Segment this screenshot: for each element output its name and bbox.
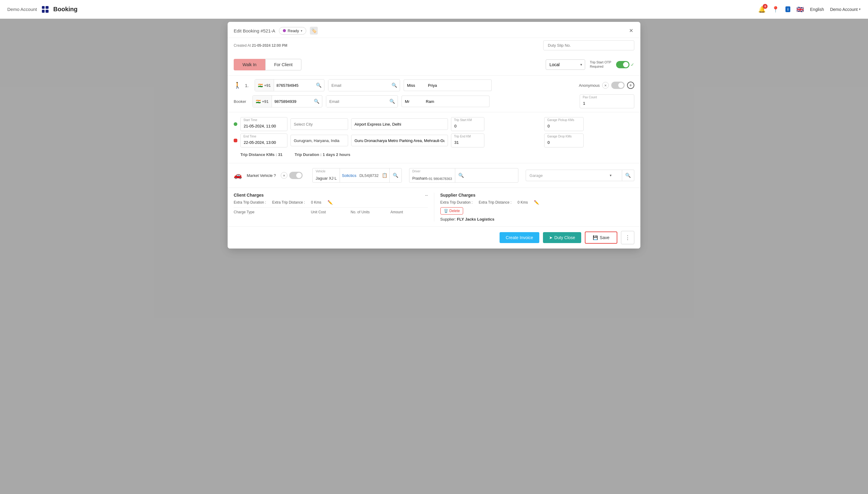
map-icon[interactable]: 📍 (772, 6, 779, 13)
brand-label: Demo Account (7, 7, 37, 12)
notification-badge: 0 (763, 4, 768, 9)
info-icon[interactable]: i (786, 7, 790, 12)
flag-icon: 🇬🇧 (796, 6, 804, 13)
account-chevron: ▾ (859, 7, 861, 11)
grid-icon[interactable] (42, 6, 49, 13)
language-label: English (810, 7, 824, 12)
top-navigation: Demo Account Booking 🔔 0 📍 i 🇬🇧 English … (0, 0, 868, 19)
page-title: Booking (53, 6, 78, 13)
account-label[interactable]: Demo Account ▾ (830, 7, 861, 12)
notification-icon[interactable]: 🔔 0 (758, 6, 766, 13)
